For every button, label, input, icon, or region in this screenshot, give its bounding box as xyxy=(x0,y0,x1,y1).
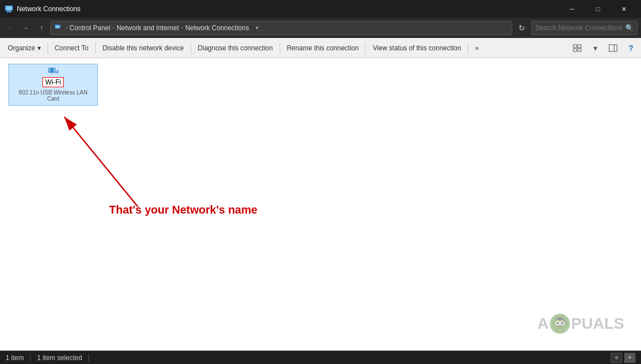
status-sep-2: │ xyxy=(87,354,91,362)
details-view-button[interactable]: ≡ xyxy=(624,353,635,363)
address-bar: ← → ↑ › Control Panel › Network and Inte… xyxy=(0,18,641,38)
minimize-button[interactable]: ─ xyxy=(559,0,585,18)
svg-point-31 xyxy=(558,322,559,323)
path-control-panel[interactable]: Control Panel xyxy=(69,24,110,32)
annotation-arrow xyxy=(34,103,157,215)
pane-icon xyxy=(609,44,618,53)
view-status-button[interactable]: View status of this connection xyxy=(367,39,466,57)
rename-button[interactable]: Rename this connection xyxy=(281,39,365,57)
svg-point-32 xyxy=(562,322,563,323)
address-path[interactable]: › Control Panel › Network and Internet ›… xyxy=(50,21,512,35)
path-sep-1: › xyxy=(65,25,67,31)
annotation-text: That's your Network's name xyxy=(109,204,257,216)
app-icon xyxy=(4,4,13,13)
view-options-button[interactable] xyxy=(569,40,585,56)
svg-rect-6 xyxy=(573,45,577,48)
selected-count: 1 item selected xyxy=(37,354,82,362)
svg-rect-3 xyxy=(6,6,12,10)
disable-device-button[interactable]: Disable this network device xyxy=(97,39,189,57)
watermark-icon xyxy=(550,314,570,334)
preview-pane-button[interactable] xyxy=(605,40,621,56)
window-controls: ─ □ ✕ xyxy=(559,0,637,18)
wifi-name-label: Wi-Fi xyxy=(43,77,64,87)
wifi-connection-item[interactable]: Wi-Fi 802.11n USB Wireless LAN Card xyxy=(8,64,98,106)
svg-rect-7 xyxy=(578,45,581,48)
view-icon xyxy=(573,44,582,53)
search-icon: 🔍 xyxy=(625,24,634,32)
svg-rect-5 xyxy=(56,26,59,28)
toolbar: Organize ▾ Connect To Disable this netwo… xyxy=(0,38,641,58)
watermark-text-puals: PUALS xyxy=(571,315,624,333)
toolbar-sep-5 xyxy=(365,42,366,54)
address-dropdown-button[interactable]: ▾ xyxy=(251,21,262,35)
toolbar-right: ▾ ? xyxy=(569,40,639,56)
svg-point-30 xyxy=(561,322,564,325)
svg-rect-34 xyxy=(557,319,563,320)
network-adapter-desc: 802.11n USB Wireless LAN Card xyxy=(12,89,94,102)
path-network-connections[interactable]: Network Connections xyxy=(185,24,249,32)
toolbar-sep-2 xyxy=(95,42,96,54)
status-bar: 1 item │ 1 item selected │ ⊞ ≡ xyxy=(0,351,641,364)
svg-rect-2 xyxy=(6,12,12,12)
watermark-text-a: A xyxy=(538,315,549,333)
svg-rect-8 xyxy=(573,49,577,51)
svg-rect-20 xyxy=(50,73,53,74)
network-adapter-icon xyxy=(40,68,67,75)
window-title: Network Connections xyxy=(17,5,559,13)
view-dropdown-button[interactable]: ▾ xyxy=(587,40,603,56)
close-button[interactable]: ✕ xyxy=(611,0,637,18)
toolbar-sep-3 xyxy=(191,42,191,54)
back-button[interactable]: ← xyxy=(3,21,17,35)
title-bar: Network Connections ─ □ ✕ xyxy=(0,0,641,18)
svg-point-29 xyxy=(557,322,559,325)
svg-rect-22 xyxy=(56,71,58,73)
connect-to-button[interactable]: Connect To xyxy=(49,39,95,57)
path-network-internet[interactable]: Network and Internet xyxy=(116,24,178,32)
organize-button[interactable]: Organize ▾ xyxy=(2,39,46,57)
watermark: A PUALS xyxy=(538,314,624,334)
path-sep-3: › xyxy=(181,25,183,31)
svg-rect-23 xyxy=(58,70,59,73)
path-sep-2: › xyxy=(112,25,114,31)
refresh-button[interactable]: ↻ xyxy=(515,21,529,35)
svg-rect-1 xyxy=(7,11,11,12)
svg-line-25 xyxy=(64,117,140,209)
svg-rect-21 xyxy=(55,72,56,73)
search-input[interactable] xyxy=(535,24,623,32)
path-icon xyxy=(54,23,63,32)
toolbar-sep-4 xyxy=(280,42,280,54)
main-content: Wi-Fi 802.11n USB Wireless LAN Card That… xyxy=(0,58,641,351)
toolbar-sep-6 xyxy=(468,42,468,54)
svg-rect-9 xyxy=(578,49,581,51)
toolbar-sep-1 xyxy=(48,42,48,54)
svg-rect-19 xyxy=(51,72,53,73)
svg-point-37 xyxy=(563,320,565,322)
help-button[interactable]: ? xyxy=(623,40,639,56)
maximize-button[interactable]: □ xyxy=(585,0,611,18)
large-icons-button[interactable]: ⊞ xyxy=(611,353,622,363)
forward-button[interactable]: → xyxy=(19,21,32,35)
item-count: 1 item xyxy=(6,354,24,362)
up-button[interactable]: ↑ xyxy=(35,21,48,35)
search-box[interactable]: 🔍 xyxy=(531,21,638,35)
status-sep-1: │ xyxy=(29,354,33,362)
more-button[interactable]: » xyxy=(469,39,484,57)
view-mode-buttons: ⊞ ≡ xyxy=(611,353,635,363)
svg-rect-10 xyxy=(609,45,617,51)
diagnose-button[interactable]: Diagnose this connection xyxy=(192,39,279,57)
